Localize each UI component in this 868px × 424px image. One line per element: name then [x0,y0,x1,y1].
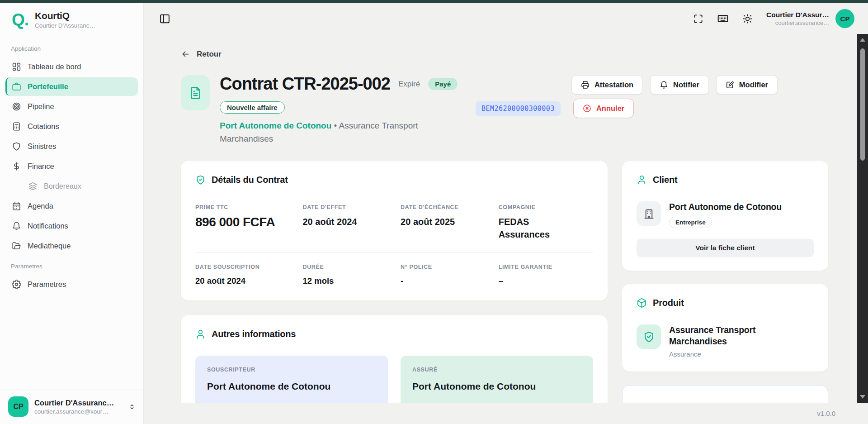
chevrons-up-down-icon [128,403,136,411]
field-date-echeance: DATE D'ÉCHÉANCE 20 août 2025 [401,204,488,241]
building-icon [637,201,661,226]
maximize-icon [693,14,703,24]
edit-icon [726,81,734,89]
card-title: Détails du Contrat [212,175,288,185]
sidebar-item-pipeline[interactable]: Pipeline [5,97,138,116]
calendar-icon [12,201,21,211]
header-user-name: Courtier D'Assur… [766,11,829,19]
app-shell: Q. KourtiQ Courtier D'Assuranc… Applicat… [0,0,868,424]
sidebar-item-sinistres[interactable]: Sinistres [5,137,138,156]
sun-icon [742,14,753,24]
card-title: Autres informations [212,329,296,339]
field-duree: DURÉE 12 mois [303,264,390,287]
dashboard-icon [12,62,21,71]
view-client-button[interactable]: Voir la fiche client [637,239,814,257]
notifier-button[interactable]: Notifier [650,75,709,95]
folder-open-icon [12,241,21,251]
theme-toggle-button[interactable] [742,14,753,24]
user-icon [195,329,206,339]
page-header: Contrat CTR-2025-002 Expiré Payé Nouvell… [181,75,828,146]
scrollbar-down-arrow[interactable] [857,392,868,402]
subtitle-separator: • [334,121,337,130]
printer-icon [581,81,590,89]
sidebar-user-email: courtier.assurance@kour… [34,408,122,415]
avatar: CP [835,9,854,28]
attestation-button[interactable]: Attestation [571,75,643,95]
app-tagline: Courtier D'Assuranc… [35,22,95,29]
package-icon [637,298,647,308]
sidebar-item-bordereaux[interactable]: Bordereaux [22,177,138,195]
client-type-badge: Entreprise [669,217,712,228]
policy-reference-badge: BEM26200000300003 [476,101,561,116]
assure-box: ASSURÉ Port Autonome de Cotonou [401,356,593,403]
sidebar-item-mediatheque[interactable]: Mediatheque [5,237,138,255]
user-icon [637,175,647,185]
app-name: KourtiQ [35,10,95,21]
card-divider [195,252,593,253]
scrollbar-up-arrow[interactable] [857,35,868,45]
sidebar-item-label: Pipeline [28,102,54,111]
sidebar-item-label: Notifications [28,222,68,230]
calculator-icon [12,122,21,131]
fullscreen-button[interactable] [693,14,703,24]
client-name-link[interactable]: Port Autonome de Cotonou [220,121,331,130]
sidebar-item-agenda[interactable]: Agenda [5,197,138,215]
card-title: Produit [653,298,684,308]
sidebar-item-portefeuille[interactable]: Portefeuille [5,77,138,96]
briefcase-icon [12,82,21,91]
back-link[interactable]: Retour [181,49,222,59]
content-grid: Détails du Contrat PRIME TTC 896 000 FCF… [181,161,828,403]
sidebar-item-cotations[interactable]: Cotations [5,117,138,136]
file-text-icon [189,86,203,100]
field-numero-police: N° POLICE - [401,264,488,287]
paid-badge: Payé [428,78,458,90]
sidebar-section-application: Application [0,39,143,56]
annuler-button[interactable]: Annuler [573,99,634,118]
keyboard-icon [717,13,729,24]
shield-check-icon [637,324,661,349]
sidebar-item-parametres[interactable]: Parametres [5,275,138,294]
logo-mark: Q. [12,11,28,28]
card-title: Client [653,175,677,185]
field-date-effet: DATE D'EFFET 20 août 2024 [303,204,390,241]
back-label: Retour [197,50,222,59]
sidebar-item-label: Parametres [28,280,66,289]
gear-icon [12,280,21,289]
x-circle-icon [583,104,591,113]
status-text: Expiré [398,80,420,89]
app-version: v1.0.0 [817,410,835,417]
product-category: Assurance [669,350,787,358]
sidebar-item-tableau-de-bord[interactable]: Tableau de bord [5,57,138,76]
sidebar-item-label: Finance [28,162,54,171]
footer-bar: v1.0.0 [144,403,868,424]
page-content: Retour Contrat CTR-2025-002 Expiré Payé … [144,34,868,403]
header-user-menu[interactable]: Courtier D'Assur… courtier.assurance… CP [766,9,854,28]
app-logo: Q. KourtiQ Courtier D'Assuranc… [0,3,143,36]
layers-icon [28,181,38,191]
sidebar-item-label: Sinistres [28,142,56,151]
client-card: Client Port Autonome de Cotonou Entrepri… [622,161,828,271]
keyboard-shortcuts-button[interactable] [717,13,729,24]
arrow-left-icon [181,49,190,59]
sidebar-item-notifications[interactable]: Notifications [5,217,138,235]
scrollbar[interactable] [857,34,868,403]
scrollbar-thumb[interactable] [860,48,865,161]
header-user-email: courtier.assurance… [766,19,829,26]
modifier-button[interactable]: Modifier [716,75,778,95]
sidebar-user-menu[interactable]: CP Courtier D'Assuranc… courtier.assuran… [0,390,143,424]
sidebar-section-parametres: Parametres [0,257,143,274]
field-prime-ttc: PRIME TTC 896 000 FCFA [195,204,292,241]
new-business-badge: Nouvelle affaire [220,101,285,114]
avatar: CP [8,396,28,417]
contract-details-card: Détails du Contrat PRIME TTC 896 000 FCF… [181,161,608,300]
shield-icon [12,142,21,151]
sidebar: Q. KourtiQ Courtier D'Assuranc… Applicat… [0,3,144,424]
sidebar-item-finance[interactable]: Finance [5,157,138,176]
sidebar-toggle-button[interactable] [159,13,170,24]
top-accent-bar [0,0,868,3]
sidebar-user-name: Courtier D'Assuranc… [34,399,122,407]
field-date-souscription: DATE SOUSCRIPTION 20 août 2024 [195,264,292,287]
sidebar-item-label: Cotations [28,122,59,131]
panel-left-icon [159,13,170,24]
main-area: Courtier D'Assur… courtier.assurance… CP… [144,3,868,424]
